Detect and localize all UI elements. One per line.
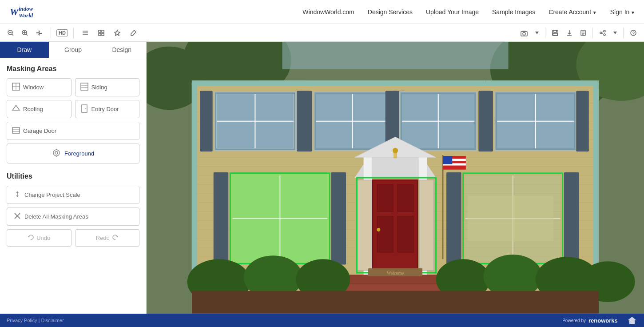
toolbar-separator-2 [73, 28, 74, 38]
svg-point-29 [604, 30, 605, 32]
save-button[interactable] [549, 28, 561, 38]
svg-rect-126 [357, 180, 371, 271]
svg-rect-40 [81, 83, 88, 90]
svg-rect-163 [394, 153, 397, 158]
door-svg-icon [80, 104, 89, 113]
delete-all-label: Delete All Masking Areas [24, 213, 88, 220]
camera-button[interactable] [517, 28, 531, 38]
tab-design[interactable]: Design [97, 42, 146, 58]
svg-line-33 [602, 33, 604, 34]
svg-rect-142 [564, 172, 579, 265]
svg-rect-15 [99, 33, 101, 36]
redo-button[interactable]: Redo [75, 229, 140, 247]
grid-view-button[interactable] [95, 28, 107, 38]
svg-rect-141 [446, 172, 461, 265]
help-button[interactable]: ? [627, 28, 640, 38]
masking-entry-door-button[interactable]: Entry Door [75, 100, 140, 118]
change-project-scale-button[interactable]: Change Project Scale [7, 186, 139, 204]
masking-grid: Window Siding Roofing [7, 78, 139, 118]
grid-icon [98, 29, 105, 36]
toolbar-separator-4 [592, 28, 593, 38]
svg-rect-114 [576, 91, 589, 152]
star-button[interactable] [111, 28, 123, 38]
siding-svg-icon [80, 82, 89, 91]
list-icon [82, 29, 89, 36]
renoworks-house-icon [627, 316, 637, 325]
svg-rect-122 [398, 184, 413, 211]
svg-rect-13 [99, 30, 101, 32]
delete-all-masking-button[interactable]: Delete All Masking Areas [7, 207, 139, 226]
masking-window-button[interactable]: Window [7, 78, 72, 96]
document-icon [580, 29, 586, 36]
toolbar-right: ? [517, 28, 640, 38]
logo[interactable]: W indow World [9, 2, 40, 22]
nav-sample-images[interactable]: Sample Images [492, 8, 535, 16]
nav-links: WindowWorld.com Design Services Upload Y… [302, 8, 635, 16]
sidebar-tabs: Draw Group Design [0, 42, 146, 58]
tab-group[interactable]: Group [49, 42, 98, 58]
masking-roofing-button[interactable]: Roofing [7, 100, 72, 118]
garage-door-btn-label: Garage Door [23, 128, 56, 134]
masking-siding-button[interactable]: Siding [75, 78, 140, 96]
svg-line-32 [602, 32, 604, 32]
chevron-down-share-icon [613, 32, 617, 34]
svg-point-125 [377, 228, 380, 231]
svg-rect-135 [331, 172, 346, 265]
masking-garage-door-button[interactable]: Garage Door [7, 122, 139, 140]
foreground-button[interactable]: Foreground [7, 144, 139, 164]
change-project-scale-label: Change Project Scale [24, 191, 80, 198]
document-button[interactable] [577, 28, 589, 38]
house-canvas[interactable]: Welcome [147, 42, 644, 314]
redo-label: Redo [96, 235, 110, 241]
undo-svg-icon [28, 234, 34, 240]
nav-create-account[interactable]: Create Account [549, 8, 596, 16]
svg-text:indow: indow [19, 5, 33, 12]
privacy-policy-link[interactable]: Privacy Policy [7, 318, 37, 323]
undo-button[interactable]: Undo [7, 229, 72, 247]
entry-door-icon [80, 104, 89, 114]
svg-marker-17 [115, 30, 120, 36]
foreground-label: Foreground [64, 150, 94, 157]
nav-windowworld[interactable]: WindowWorld.com [302, 8, 354, 16]
brush-button[interactable] [127, 28, 139, 38]
share-button[interactable] [596, 28, 609, 38]
share-dropdown-button[interactable] [611, 30, 620, 36]
svg-marker-58 [28, 236, 30, 238]
window-svg-icon [12, 82, 20, 91]
zoom-in-button[interactable] [19, 28, 31, 38]
zoom-in-icon [21, 29, 28, 36]
toolbar-separator-1 [51, 28, 51, 38]
svg-marker-59 [116, 236, 118, 238]
svg-text:renoworks: renoworks [588, 317, 618, 324]
renoworks-logo: renoworks [588, 316, 624, 324]
footer: Privacy Policy | Disclaimer Powered by r… [0, 314, 644, 327]
entry-door-btn-label: Entry Door [91, 106, 119, 112]
tab-draw[interactable]: Draw [0, 42, 49, 58]
download-icon [566, 29, 573, 36]
nav-design-services[interactable]: Design Services [368, 8, 413, 16]
svg-rect-161 [443, 156, 452, 164]
undo-redo-controls: Undo Redo [7, 229, 139, 247]
zoom-out-button[interactable] [4, 28, 17, 38]
svg-point-31 [604, 34, 605, 36]
canvas-area[interactable]: Welcome [147, 42, 644, 314]
zoom-controls [4, 28, 45, 38]
svg-rect-88 [486, 80, 599, 86]
disclaimer-link[interactable]: Disclaimer [41, 318, 64, 323]
hd-button[interactable]: HD [56, 29, 68, 36]
svg-point-45 [85, 108, 86, 109]
camera-dropdown-button[interactable] [533, 30, 541, 36]
download-button[interactable] [563, 28, 576, 38]
roofing-svg-icon [12, 104, 20, 113]
svg-rect-155 [192, 291, 599, 314]
move-button[interactable] [33, 28, 45, 38]
svg-line-4 [12, 34, 14, 36]
roofing-btn-label: Roofing [23, 106, 43, 112]
nav-upload-image[interactable]: Upload Your Image [426, 8, 479, 16]
footer-right: Powered by renoworks [562, 316, 637, 325]
list-view-button[interactable] [79, 28, 91, 38]
svg-rect-87 [192, 80, 305, 86]
logo-svg: W indow World [9, 2, 40, 22]
nav-sign-in[interactable]: Sign In [610, 8, 635, 16]
svg-text:World: World [19, 12, 33, 19]
